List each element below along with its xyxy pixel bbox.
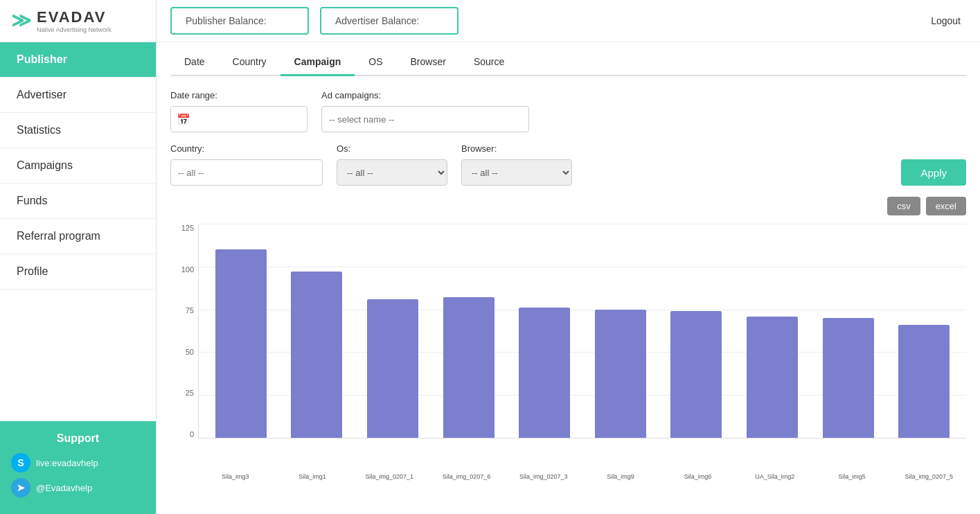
logout-button[interactable]: Logout [925,12,966,29]
campaign-search-input[interactable] [321,106,529,132]
date-range-group: Date range: 📅 [170,90,308,132]
content-area: DateCountryCampaignOSBrowserSource Date … [157,42,980,514]
tab-date[interactable]: Date [170,49,219,76]
x-label: UA_Sila_img2 [738,473,812,480]
apply-button[interactable]: Apply [901,159,966,186]
sidebar-item-statistics[interactable]: Statistics [0,113,156,148]
date-range-label: Date range: [170,90,308,100]
x-label: Sila_img_0207_5 [892,473,966,480]
publisher-balance-label: Publisher Balance: [186,15,267,26]
bar [670,311,722,438]
nav-items: PublisherAdvertiserStatisticsCampaignsFu… [0,42,156,290]
x-label: Sila_img3 [198,473,272,480]
tab-country[interactable]: Country [219,49,280,76]
telegram-icon: ➤ [11,478,30,497]
bar-wrapper [584,224,657,438]
tab-campaign[interactable]: Campaign [280,49,355,76]
bar-wrapper [887,224,961,438]
country-group: Country: [170,143,323,186]
telegram-link[interactable]: ➤ @Evadavhelp [11,478,145,497]
logo-icon: ≫ [11,11,31,30]
bar [367,299,418,438]
x-label: Sila_img6 [661,473,735,480]
chart-y-axis: 0255075100125 [170,224,198,438]
country-label: Country: [170,143,323,154]
sidebar-item-publisher[interactable]: Publisher [0,42,156,78]
sidebar-item-referral[interactable]: Referral program [0,219,156,254]
ad-campaigns-label: Ad campaigns: [321,90,529,100]
ad-campaigns-group: Ad campaigns: [321,90,529,132]
calendar-button[interactable]: 📅 [171,107,196,132]
publisher-balance-box: Publisher Balance: [170,7,309,35]
tab-browser[interactable]: Browser [397,49,460,76]
bar-wrapper [812,224,885,438]
bar-wrapper [432,224,506,438]
browser-select[interactable]: -- all -- [461,159,572,186]
tab-os[interactable]: OS [355,49,396,76]
y-label: 100 [181,265,194,274]
logo-title: EVADAV [37,8,112,26]
date-input-wrapper: 📅 [170,106,308,132]
support-title: Support [11,432,145,445]
balance-boxes: Publisher Balance: Advertiser Balance: [170,7,458,35]
y-label: 75 [186,306,194,314]
bar [823,318,874,438]
skype-label: live:evadavhelp [36,458,98,468]
logo-area: ≫ EVADAV Native Advertising Network [0,0,156,42]
logo-text: EVADAV Native Advertising Network [37,8,112,33]
sidebar-item-profile[interactable]: Profile [0,254,156,290]
browser-label: Browser: [461,143,572,154]
support-block: Support S live:evadavhelp ➤ @Evadavhelp [0,421,156,514]
bar [519,308,570,438]
bar-wrapper [508,224,581,438]
skype-link[interactable]: S live:evadavhelp [11,453,145,472]
x-label: Sila_img1 [275,473,349,480]
chart-bars [198,224,966,438]
x-label: Sila_img9 [583,473,657,480]
x-label: Sila_img_0207_6 [429,473,504,480]
x-label: Sila_img_0207_1 [353,473,427,480]
bar-wrapper [660,224,733,438]
logo-subtitle: Native Advertising Network [37,26,112,33]
csv-button[interactable]: csv [887,197,920,215]
bar-wrapper [356,224,429,438]
x-label: Sila_img5 [814,473,889,480]
chart-container: 0255075100125 [170,224,966,459]
topbar: Publisher Balance: Advertiser Balance: L… [157,0,980,42]
filters-row-1: Date range: 📅 Ad campaigns: [170,90,966,132]
bar-wrapper [204,224,278,438]
bar [291,272,342,438]
sidebar-item-funds[interactable]: Funds [0,184,156,219]
telegram-label: @Evadavhelp [36,483,92,493]
browser-group: Browser: -- all -- [461,143,572,186]
skype-icon: S [11,453,30,472]
os-group: Os: -- all -- [337,143,447,186]
bar [747,317,798,438]
date-range-input[interactable] [196,109,307,130]
bar-wrapper [280,224,354,438]
export-row: csv excel [170,197,966,215]
country-input[interactable] [170,159,323,186]
os-label: Os: [337,143,447,154]
sidebar: ≫ EVADAV Native Advertising Network Publ… [0,0,157,514]
filters-row-2: Country: Os: -- all -- Browser: -- all -… [170,143,966,186]
advertiser-balance-label: Advertiser Balance: [335,15,419,26]
y-label: 25 [186,389,194,397]
main-content: Publisher Balance: Advertiser Balance: L… [157,0,980,514]
bar-wrapper [736,224,809,438]
sidebar-item-campaigns[interactable]: Campaigns [0,148,156,184]
bar [595,310,646,438]
excel-button[interactable]: excel [926,197,966,215]
sidebar-item-advertiser[interactable]: Advertiser [0,78,156,113]
bar [215,249,267,438]
advertiser-balance-box: Advertiser Balance: [320,7,458,35]
chart-x-labels: Sila_img3Sila_img1Sila_img_0207_1Sila_im… [170,459,966,480]
tab-source[interactable]: Source [460,49,518,76]
y-label: 125 [181,224,194,232]
x-label: Sila_img_0207_3 [506,473,580,480]
bar [898,325,950,438]
y-label: 50 [186,348,194,356]
bar [443,297,495,438]
os-select[interactable]: -- all -- [337,159,447,186]
y-label: 0 [190,430,194,438]
